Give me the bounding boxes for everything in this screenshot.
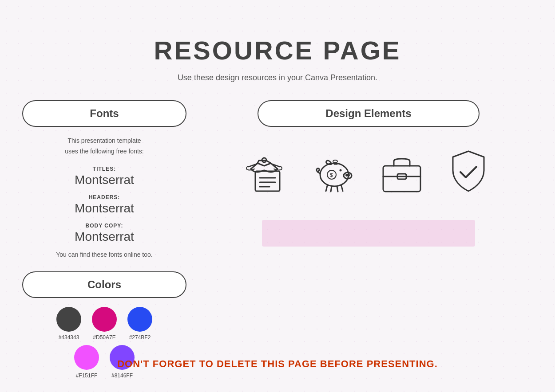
page-subtitle: Use these design resources in your Canva… xyxy=(0,73,555,82)
header-section: RESOURCE PAGE Use these design resources… xyxy=(0,0,555,100)
icons-grid: $ xyxy=(204,145,533,198)
font-body-entry: BODY COPY: Montserrat xyxy=(22,223,186,244)
color-label-434343: #434343 xyxy=(59,334,79,341)
fonts-desc-line2: uses the following free fonts: xyxy=(65,148,143,155)
svg-text:$: $ xyxy=(330,172,333,178)
pink-rectangle xyxy=(262,220,475,247)
piggy-bank-icon: $ xyxy=(309,145,362,198)
svg-rect-0 xyxy=(255,171,280,191)
font-headers-label: HEADERS: xyxy=(22,194,186,200)
bottom-banner: DON'T FORGET TO DELETE THIS PAGE BEFORE … xyxy=(0,358,555,370)
color-circle-274bf2 xyxy=(127,307,152,332)
design-elements-section: Design Elements xyxy=(204,100,533,247)
right-column: Design Elements xyxy=(204,100,533,383)
svg-point-8 xyxy=(348,175,349,176)
color-label-8146ff: #8146FF xyxy=(111,372,133,379)
shield-check-icon xyxy=(442,145,495,198)
fonts-desc-line1: This presentation template xyxy=(68,137,141,144)
color-swatch-434343: #434343 xyxy=(56,307,81,341)
font-headers-name: Montserrat xyxy=(22,201,186,216)
font-titles-entry: TITLES: Montserrat xyxy=(22,166,186,187)
page-container: RESOURCE PAGE Use these design resources… xyxy=(0,0,555,392)
color-label-d50a7e: #D50A7E xyxy=(93,334,115,341)
font-titles-name: Montserrat xyxy=(22,173,186,187)
handshake-contract-icon xyxy=(242,145,295,198)
svg-line-14 xyxy=(331,186,332,192)
fonts-footer: You can find these fonts online too. xyxy=(22,251,186,258)
svg-point-9 xyxy=(340,169,342,172)
color-swatch-274bf2: #274BF2 xyxy=(127,307,152,341)
fonts-header: Fonts xyxy=(22,100,186,127)
main-content: Fonts This presentation template uses th… xyxy=(0,100,555,383)
color-row-1: #434343 #D50A7E #274BF2 xyxy=(22,307,186,341)
bottom-banner-text: DON'T FORGET TO DELETE THIS PAGE BEFORE … xyxy=(0,358,555,370)
font-body-label: BODY COPY: xyxy=(22,223,186,229)
color-swatch-d50a7e: #D50A7E xyxy=(92,307,117,341)
color-label-274bf2: #274BF2 xyxy=(129,334,151,341)
font-titles-label: TITLES: xyxy=(22,166,186,172)
svg-line-13 xyxy=(326,186,327,191)
svg-point-17 xyxy=(333,160,337,163)
fonts-description: This presentation template uses the foll… xyxy=(22,136,186,157)
color-circle-434343 xyxy=(56,307,81,332)
color-label-f151ff: #F151FF xyxy=(76,372,98,379)
left-column: Fonts This presentation template uses th… xyxy=(22,100,186,383)
font-headers-entry: HEADERS: Montserrat xyxy=(22,194,186,216)
colors-header: Colors xyxy=(22,271,186,298)
svg-line-15 xyxy=(337,186,338,192)
briefcase-icon xyxy=(375,145,428,198)
font-body-name: Montserrat xyxy=(22,230,186,244)
color-circle-d50a7e xyxy=(92,307,117,332)
svg-line-16 xyxy=(341,186,343,191)
design-elements-header: Design Elements xyxy=(258,100,480,127)
fonts-section: Fonts This presentation template uses th… xyxy=(22,100,186,258)
page-title: RESOURCE PAGE xyxy=(0,35,555,65)
